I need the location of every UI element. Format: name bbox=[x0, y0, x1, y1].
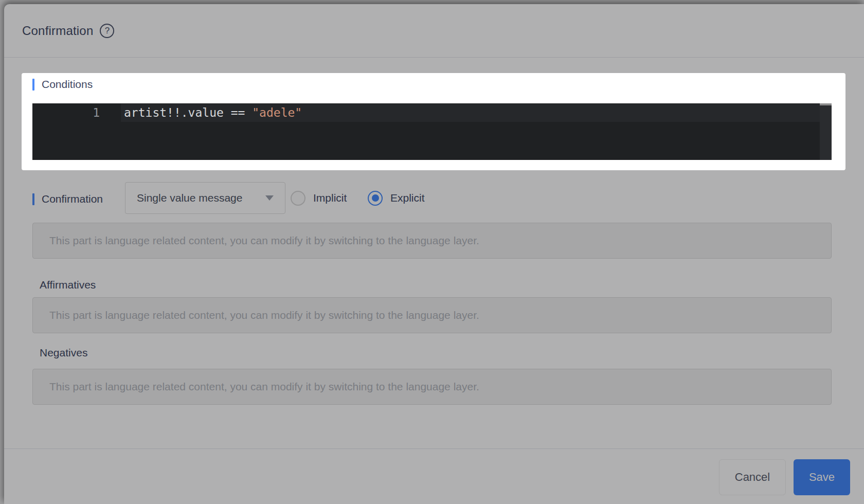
code-token-string: "adele" bbox=[252, 106, 302, 119]
editor-line-number: 1 bbox=[32, 104, 100, 122]
conditions-code-editor[interactable]: 1 artist!!.value == "adele" bbox=[32, 103, 832, 160]
editor-scrollbar[interactable] bbox=[820, 103, 832, 160]
conditions-spotlight: Conditions 1 artist!!.value == "adele" bbox=[22, 73, 845, 170]
editor-scrollbar-thumb[interactable] bbox=[820, 103, 832, 105]
code-token-expression: artist!!.value == bbox=[124, 106, 252, 119]
conditions-section-label: Conditions bbox=[42, 78, 93, 91]
editor-code-line: artist!!.value == "adele" bbox=[124, 104, 302, 122]
section-marker bbox=[32, 79, 34, 91]
conditions-section-header: Conditions bbox=[32, 78, 93, 91]
